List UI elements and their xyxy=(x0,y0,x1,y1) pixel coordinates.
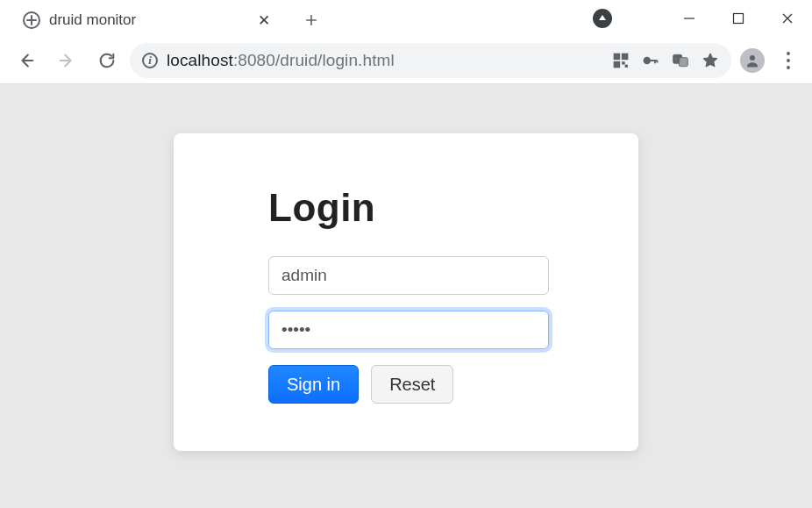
svg-rect-2 xyxy=(623,54,628,59)
svg-rect-4 xyxy=(623,61,625,64)
username-input[interactable] xyxy=(268,256,549,295)
url-text: localhost:8080/druid/login.html xyxy=(167,51,395,70)
button-row: Sign in Reset xyxy=(268,365,544,404)
window-close-button[interactable] xyxy=(763,0,812,37)
profile-avatar[interactable] xyxy=(740,48,765,73)
address-bar[interactable]: localhost:8080/druid/login.html G xyxy=(130,43,731,78)
svg-rect-5 xyxy=(625,65,628,68)
svg-rect-1 xyxy=(615,54,620,59)
site-info-icon[interactable] xyxy=(142,53,158,68)
svg-rect-3 xyxy=(615,61,620,67)
qr-icon[interactable] xyxy=(612,52,630,69)
svg-rect-0 xyxy=(734,14,744,24)
window-controls xyxy=(665,0,812,37)
account-badge-icon[interactable] xyxy=(593,9,612,28)
reload-button[interactable] xyxy=(89,43,125,78)
tab-strip: druid monitor ✕ xyxy=(0,0,324,37)
svg-text:G: G xyxy=(675,55,680,61)
login-heading: Login xyxy=(268,186,544,230)
tab-title: druid monitor xyxy=(49,11,247,29)
new-tab-button[interactable] xyxy=(298,7,324,33)
signin-button[interactable]: Sign in xyxy=(268,365,359,404)
forward-button[interactable] xyxy=(49,43,84,78)
page-viewport: Login Sign in Reset xyxy=(0,84,812,508)
close-icon[interactable]: ✕ xyxy=(256,12,272,28)
svg-point-6 xyxy=(645,57,651,63)
login-card: Login Sign in Reset xyxy=(174,133,638,451)
svg-rect-8 xyxy=(679,57,687,66)
browser-toolbar: localhost:8080/druid/login.html G xyxy=(0,37,812,84)
svg-point-10 xyxy=(750,55,755,61)
maximize-button[interactable] xyxy=(714,0,763,37)
translate-icon[interactable]: G xyxy=(672,52,689,69)
minimize-button[interactable] xyxy=(665,0,714,37)
kebab-menu-icon[interactable] xyxy=(773,52,803,69)
globe-icon xyxy=(23,11,40,29)
window-titlebar: druid monitor ✕ xyxy=(0,0,812,37)
browser-tab[interactable]: druid monitor ✕ xyxy=(12,4,284,37)
reset-button[interactable]: Reset xyxy=(371,365,453,404)
key-icon[interactable] xyxy=(642,52,659,69)
password-input[interactable] xyxy=(268,311,549,349)
back-button[interactable] xyxy=(9,43,44,78)
star-icon[interactable] xyxy=(702,52,719,69)
